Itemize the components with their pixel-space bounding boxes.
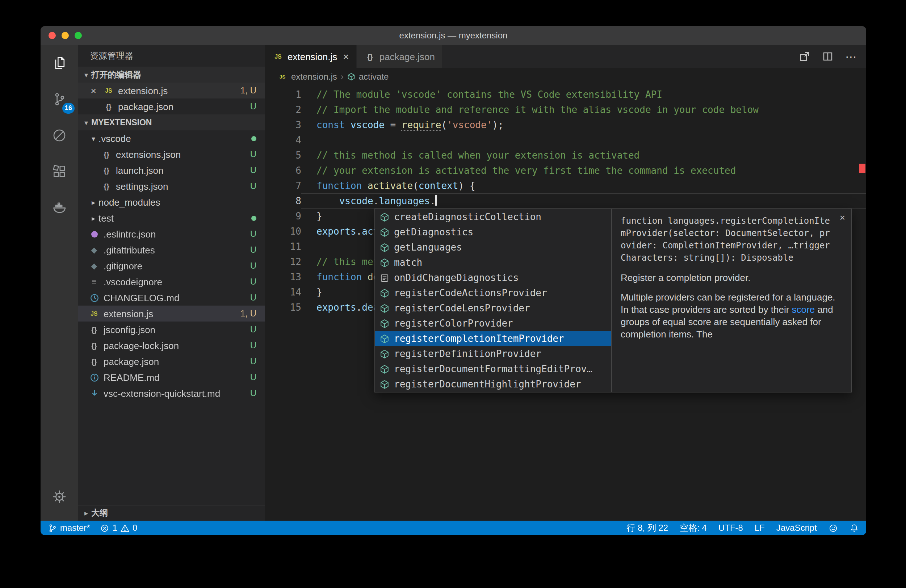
tree-item-jsconfig.json[interactable]: {}jsconfig.jsonU xyxy=(78,322,265,338)
suggestion-registerDocumentFormattingEditProv[interactable]: registerDocumentFormattingEditProv… xyxy=(375,361,611,376)
suggest-list: createDiagnosticCollectiongetDiagnostics… xyxy=(375,209,611,392)
explorer-activity-button[interactable] xyxy=(41,45,78,81)
close-editor-icon[interactable]: × xyxy=(88,85,99,96)
chevron-down-icon: ▾ xyxy=(88,134,99,142)
split-editor-icon[interactable] xyxy=(822,51,834,62)
suggestion-match[interactable]: match xyxy=(375,255,611,270)
score-link[interactable]: score xyxy=(792,304,815,315)
code-line-2[interactable]: 2// Import the module and reference it w… xyxy=(265,102,866,117)
tree-item-.eslintrc.json[interactable]: .eslintrc.jsonU xyxy=(78,226,265,242)
encoding-status[interactable]: UTF-8 xyxy=(718,523,743,533)
suggestion-registerCodeActionsProvider[interactable]: registerCodeActionsProvider xyxy=(375,285,611,301)
close-tab-icon[interactable]: × xyxy=(343,51,349,62)
line-number: 10 xyxy=(265,224,301,239)
tree-item-settings.json[interactable]: {}settings.jsonU xyxy=(78,178,265,194)
suggestion-label: match xyxy=(394,257,422,268)
indentation-status[interactable]: 空格: 4 xyxy=(680,522,707,534)
outline-section-header[interactable]: ▸ 大纲 xyxy=(78,505,265,521)
desktop: extension.js — myextension 16 xyxy=(0,0,906,588)
eslint-file-icon xyxy=(88,228,100,240)
line-number: 15 xyxy=(265,300,301,315)
breadcrumb-label: extension.js xyxy=(291,72,337,82)
open-editor-package.json[interactable]: {}package.jsonU xyxy=(78,99,265,115)
open-changes-icon[interactable] xyxy=(799,51,810,62)
notifications-bell-icon[interactable] xyxy=(850,523,859,532)
tree-item-package-lock.json[interactable]: {}package-lock.jsonU xyxy=(78,338,265,354)
tab-package.json[interactable]: {}package.json xyxy=(357,45,442,68)
source-control-activity-button[interactable]: 16 xyxy=(41,81,78,117)
tree-item-node_modules[interactable]: ▸node_modules xyxy=(78,194,265,210)
minimize-window-button[interactable] xyxy=(62,32,69,39)
line-number: 6 xyxy=(265,163,301,178)
line-number: 13 xyxy=(265,269,301,285)
breadcrumb-activate[interactable]: activate xyxy=(347,72,389,82)
suggestion-registerDocumentHighlightProvider[interactable]: registerDocumentHighlightProvider xyxy=(375,376,611,392)
settings-button[interactable] xyxy=(41,479,78,515)
file-name: extension.js xyxy=(118,85,167,96)
open-editor-extension.js[interactable]: ×JSextension.js1, U xyxy=(78,83,265,99)
more-actions-icon[interactable]: ⋯ xyxy=(845,49,858,63)
code-line-1[interactable]: 1// The module 'vscode' contains the VS … xyxy=(265,87,866,102)
suggestion-label: registerCompletionItemProvider xyxy=(394,333,564,344)
error-count: 1 xyxy=(113,523,117,533)
method-symbol-icon xyxy=(380,303,390,313)
open-editors-section-header[interactable]: ▾ 打开的编辑器 xyxy=(78,67,265,83)
git-branch-status[interactable]: master* xyxy=(48,523,90,533)
chevron-right-icon: ▸ xyxy=(88,214,99,222)
tree-item-README.md[interactable]: README.mdU xyxy=(78,369,265,385)
suggest-widget: createDiagnosticCollectiongetDiagnostics… xyxy=(375,209,852,392)
code-line-5[interactable]: 5// this method is called when your exte… xyxy=(265,148,866,163)
tree-item-extension.js[interactable]: JSextension.js1, U xyxy=(78,306,265,322)
tree-item-.vscode[interactable]: ▾.vscode xyxy=(78,130,265,146)
suggestion-registerDefinitionProvider[interactable]: registerDefinitionProvider xyxy=(375,346,611,361)
code-editor[interactable]: 1// The module 'vscode' contains the VS … xyxy=(265,86,866,521)
close-window-button[interactable] xyxy=(48,32,56,39)
file-name: .vscode xyxy=(99,133,131,144)
git-changes-dot xyxy=(251,136,256,141)
code-line-4[interactable]: 4 xyxy=(265,132,866,148)
tab-extension.js[interactable]: JSextension.js× xyxy=(265,45,356,68)
breadcrumb-extension.js[interactable]: JSextension.js xyxy=(277,71,337,83)
code-line-8[interactable]: 8 vscode.languages. xyxy=(265,193,866,209)
tree-item-.vscodeignore[interactable]: ≡.vscodeignoreU xyxy=(78,274,265,290)
tree-item-CHANGELOG.md[interactable]: CHANGELOG.mdU xyxy=(78,290,265,306)
suggestion-getLanguages[interactable]: getLanguages xyxy=(375,240,611,255)
cursor-position-status[interactable]: 行 8, 列 22 xyxy=(627,522,668,534)
suggestion-createDiagnosticCollection[interactable]: createDiagnosticCollection xyxy=(375,209,611,225)
extensions-activity-button[interactable] xyxy=(41,153,78,190)
suggestion-registerColorProvider[interactable]: registerColorProvider xyxy=(375,316,611,331)
tree-item-package.json[interactable]: {}package.jsonU xyxy=(78,354,265,369)
code-line-6[interactable]: 6// your extension is activated the very… xyxy=(265,163,866,178)
line-number: 1 xyxy=(265,87,301,102)
feedback-smiley-icon[interactable] xyxy=(828,523,838,532)
suggestion-registerCodeLensProvider[interactable]: registerCodeLensProvider xyxy=(375,301,611,316)
git-changes-dot xyxy=(251,215,256,220)
problems-status[interactable]: 1 0 xyxy=(100,523,137,533)
debug-activity-button[interactable] xyxy=(41,117,78,153)
chevron-down-icon: ▾ xyxy=(81,71,91,78)
code-line-3[interactable]: 3const vscode = require('vscode'); xyxy=(265,117,866,132)
project-section-header[interactable]: ▾ MYEXTENSION xyxy=(78,115,265,130)
close-icon[interactable]: × xyxy=(840,212,845,223)
method-symbol-icon xyxy=(380,349,390,359)
zoom-window-button[interactable] xyxy=(75,32,82,39)
tree-item-test[interactable]: ▸test xyxy=(78,210,265,226)
editor-group: JSextension.js×{}package.json ⋯ JSextens… xyxy=(265,45,866,521)
line-number: 3 xyxy=(265,117,301,132)
suggestion-onDidChangeDiagnostics[interactable]: onDidChangeDiagnostics xyxy=(375,270,611,285)
row-decorations: 1, U xyxy=(238,309,256,319)
title-bar[interactable]: extension.js — myextension xyxy=(41,26,866,45)
code-line-7[interactable]: 7function activate(context) { xyxy=(265,178,866,193)
eol-status[interactable]: LF xyxy=(754,523,765,533)
tree-item-.gitignore[interactable]: ◆.gitignoreU xyxy=(78,258,265,274)
tree-item-vsc-extension-quickstart.md[interactable]: vsc-extension-quickstart.mdU xyxy=(78,385,265,401)
suggestion-registerCompletionItemProvider[interactable]: registerCompletionItemProvider xyxy=(375,331,611,346)
docker-activity-button[interactable] xyxy=(41,190,78,226)
tree-item-.gitattributes[interactable]: ◆.gitattributesU xyxy=(78,242,265,258)
suggestion-getDiagnostics[interactable]: getDiagnostics xyxy=(375,225,611,240)
tree-item-launch.json[interactable]: {}launch.jsonU xyxy=(78,162,265,178)
tree-item-extensions.json[interactable]: {}extensions.jsonU xyxy=(78,146,265,162)
breadcrumb-label: activate xyxy=(359,72,389,82)
language-status[interactable]: JavaScript xyxy=(776,523,817,533)
row-decorations xyxy=(249,136,256,141)
